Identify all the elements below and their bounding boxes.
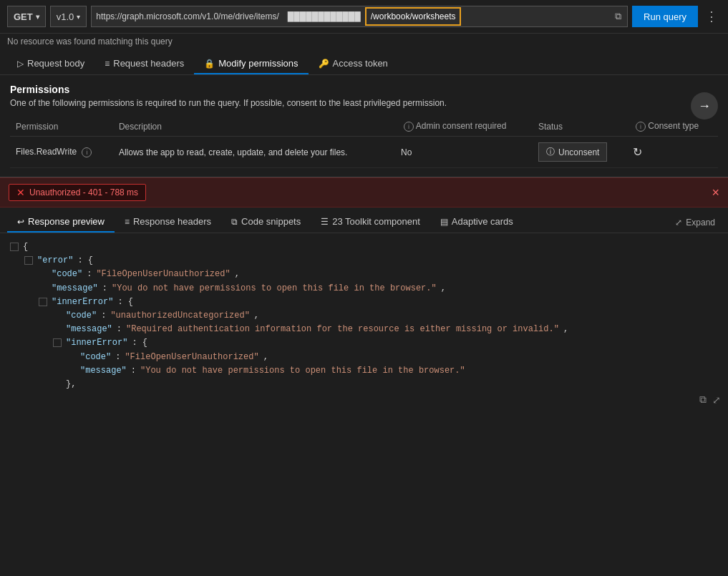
tab-request-headers-label: Request headers: [113, 58, 184, 69]
json-line-6: "message": "Required authentication info…: [53, 323, 718, 336]
copy-url-button[interactable]: ⧉: [609, 8, 627, 25]
col-status: Status: [533, 117, 627, 137]
permission-info-icon[interactable]: i: [82, 147, 92, 157]
navigate-right-button[interactable]: →: [691, 92, 718, 119]
tab-toolkit-component[interactable]: ☰ 23 Toolkit component: [311, 212, 430, 233]
json-checkbox-7[interactable]: [53, 338, 62, 347]
method-dropdown-arrow: ▾: [36, 13, 39, 21]
response-preview-icon: ↩: [17, 217, 24, 227]
version-select[interactable]: v1.0 ▾: [50, 6, 87, 27]
permission-admin-consent: No: [395, 137, 533, 168]
permission-consent-type: ↻: [627, 137, 718, 168]
status-bar: ✕ Unauthorized - 401 - 788 ms ×: [0, 177, 728, 208]
tab-code-snippets-label: Code snippets: [241, 216, 301, 227]
expand-response-button[interactable]: ⤢: [712, 394, 721, 406]
tab-adaptive-cards-label: Adaptive cards: [452, 216, 513, 227]
tab-response-headers[interactable]: ≡ Response headers: [115, 212, 221, 233]
main-tab-bar: ▷ Request body ≡ Request headers 🔒 Modif…: [0, 49, 728, 75]
url-masked: ████████████: [283, 9, 365, 24]
tab-response-headers-label: Response headers: [133, 216, 211, 227]
code-snippets-icon: ⧉: [231, 217, 238, 227]
tab-request-body-label: Request body: [27, 58, 84, 69]
json-line-0: {: [10, 240, 718, 254]
consent-type-info-icon[interactable]: i: [636, 122, 646, 132]
version-label: v1.0: [57, 11, 74, 22]
col-permission: Permission: [10, 117, 113, 137]
json-line-4: "innerError": {: [39, 296, 718, 309]
top-bar: GET ▾ v1.0 ▾ https://graph.microsoft.com…: [0, 0, 728, 34]
col-admin-consent: i Admin consent required: [395, 117, 533, 137]
close-status-button[interactable]: ×: [712, 185, 719, 200]
json-line-9: "message": "You do not have permissions …: [67, 364, 718, 378]
method-label: GET: [14, 11, 33, 22]
admin-consent-info-icon[interactable]: i: [404, 122, 414, 132]
tab-access-token[interactable]: 🔑 Access token: [309, 54, 398, 74]
response-tab-bar: ↩ Response preview ≡ Response headers ⧉ …: [0, 208, 728, 233]
bottom-icons: ⧉ ⤢: [0, 391, 728, 409]
request-headers-icon: ≡: [105, 59, 110, 69]
url-bar[interactable]: https://graph.microsoft.com/v1.0/me/driv…: [91, 6, 628, 27]
tab-access-token-label: Access token: [333, 58, 388, 69]
tab-adaptive-cards[interactable]: ▤ Adaptive cards: [430, 212, 523, 233]
json-line-8: "code": "FileOpenUserUnauthorized",: [67, 351, 718, 364]
request-body-icon: ▷: [17, 59, 24, 69]
consent-refresh-button[interactable]: ↻: [633, 145, 642, 159]
tab-modify-permissions-label: Modify permissions: [218, 58, 298, 69]
col-consent-type: i Consent type: [627, 117, 718, 137]
tab-code-snippets[interactable]: ⧉ Code snippets: [221, 212, 311, 233]
json-checkbox-4[interactable]: [39, 298, 47, 306]
status-badge-text: Unauthorized - 401 - 788 ms: [29, 187, 138, 197]
permission-row: Files.ReadWrite i Allows the app to read…: [10, 137, 718, 168]
modify-permissions-icon: 🔒: [204, 59, 215, 69]
url-base: https://graph.microsoft.com/v1.0/me/driv…: [92, 9, 283, 24]
adaptive-cards-icon: ▤: [440, 217, 448, 227]
json-line-10: },: [53, 378, 718, 391]
status-badge: ✕ Unauthorized - 401 - 788 ms: [9, 184, 146, 201]
permissions-description: One of the following permissions is requ…: [10, 98, 718, 108]
tab-request-headers[interactable]: ≡ Request headers: [94, 54, 194, 74]
col-description: Description: [113, 117, 395, 137]
no-resource-notice: No resource was found matching this quer…: [0, 34, 728, 49]
run-query-button[interactable]: Run query: [632, 6, 698, 27]
permissions-section: Permissions One of the following permiss…: [0, 75, 728, 177]
json-checkbox-0[interactable]: [10, 243, 19, 251]
tab-response-preview-label: Response preview: [28, 216, 105, 227]
url-highlight: /workbook/worksheets: [365, 7, 462, 26]
version-dropdown-arrow: ▾: [77, 13, 80, 21]
expand-icon: ⤢: [675, 218, 682, 228]
json-line-7: "innerError": {: [53, 336, 718, 350]
json-line-3: "message": "You do not have permissions …: [39, 282, 718, 296]
permissions-title: Permissions: [10, 84, 718, 95]
tab-request-body[interactable]: ▷ Request body: [7, 54, 94, 74]
json-checkbox-1[interactable]: [24, 256, 33, 265]
json-response-area[interactable]: { "error": { "code": "FileOpenUserUnauth…: [0, 233, 728, 391]
json-line-2: "code": "FileOpenUserUnauthorized",: [39, 268, 718, 281]
copy-response-button[interactable]: ⧉: [699, 394, 707, 406]
tab-response-preview[interactable]: ↩ Response preview: [7, 212, 115, 233]
method-select[interactable]: GET ▾: [7, 6, 46, 27]
permissions-table: Permission Description i Admin consent r…: [10, 117, 718, 168]
permission-name: Files.ReadWrite i: [10, 137, 113, 168]
response-headers-icon: ≡: [125, 217, 130, 227]
upper-panel: ▷ Request body ≡ Request headers 🔒 Modif…: [0, 49, 728, 177]
permission-status: ⓘ Unconsent: [533, 137, 627, 168]
kebab-menu-button[interactable]: ⋮: [702, 9, 721, 24]
toolkit-icon: ☰: [321, 217, 329, 227]
json-line-1: "error": {: [24, 254, 718, 268]
access-token-icon: 🔑: [319, 59, 329, 69]
tab-modify-permissions[interactable]: 🔒 Modify permissions: [194, 54, 308, 74]
json-line-5: "code": "unauthorizedUncategorized",: [53, 309, 718, 323]
unconsent-icon: ⓘ: [546, 146, 555, 158]
permission-description: Allows the app to read, create, update, …: [113, 137, 395, 168]
status-error-icon: ✕: [16, 187, 25, 198]
tab-toolkit-label: 23 Toolkit component: [332, 216, 420, 227]
unconsent-button[interactable]: ⓘ Unconsent: [538, 142, 607, 162]
expand-button[interactable]: ⤢ Expand: [669, 215, 721, 230]
expand-label: Expand: [686, 218, 715, 228]
